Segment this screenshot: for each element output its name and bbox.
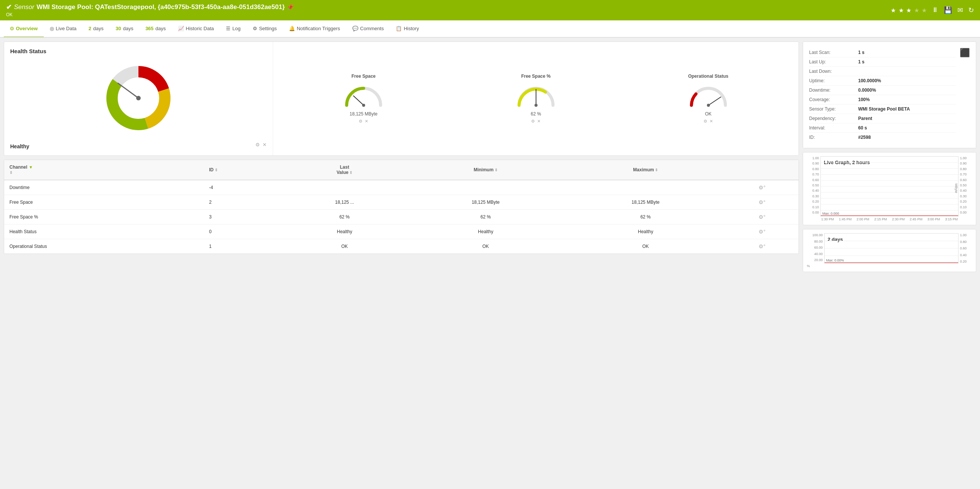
left-panel: Health Status <box>4 41 799 272</box>
health-status-title: Health Status <box>10 48 267 54</box>
tab-settings[interactable]: ⚙ Settings <box>247 21 283 38</box>
tab-2days[interactable]: 2 days <box>83 21 110 38</box>
row-action-btn[interactable]: ⚙° <box>759 185 766 191</box>
gauge-free-space-value: 18,125 MByte <box>350 111 378 116</box>
info-sensor-type: Sensor Type: WMI Storage Pool BETA <box>809 105 956 114</box>
pause-icon[interactable]: ⏸ <box>932 6 939 14</box>
health-close-icon[interactable]: ✕ <box>262 142 267 148</box>
info-downtime: Downtime: 0.0000% <box>809 86 956 95</box>
gauge-free-space-gear[interactable]: ⚙ <box>359 119 363 124</box>
cell-maximum: Healthy <box>565 225 725 239</box>
refresh-icon[interactable]: ↻ <box>968 6 974 14</box>
main-layout: Health Status <box>0 38 980 276</box>
nav-tabs: ⊙ Overview ◎ Live Data 2 days 30 days 36… <box>0 21 980 38</box>
col-header-maximum[interactable]: Maximum <box>565 160 725 180</box>
tab-live-data-label: Live Data <box>56 25 76 31</box>
row-action-btn[interactable]: ⚙° <box>759 229 766 235</box>
gauge-free-pct-gear[interactable]: ⚙ <box>531 119 535 124</box>
tab-log[interactable]: ☰ Log <box>220 21 247 38</box>
live-graph-grid <box>821 156 958 216</box>
tab-notifications[interactable]: 🔔 Notification Triggers <box>283 21 346 38</box>
info-interval-value: 60 s <box>858 125 867 131</box>
status-ok: OK <box>6 12 293 18</box>
cell-channel: Downtime <box>4 180 204 195</box>
tab-365days[interactable]: 365 days <box>139 21 172 38</box>
gauge-free-space-title: Free Space <box>352 73 376 79</box>
row-action-btn[interactable]: ⚙° <box>759 244 766 249</box>
cell-action[interactable]: ⚙° <box>725 225 799 239</box>
y-label: 0.60 <box>807 178 819 182</box>
mail-icon[interactable]: ✉ <box>958 6 963 14</box>
gauge-free-space-pct-footer: ⚙ ✕ <box>531 119 541 124</box>
health-footer: Healthy ⚙ ✕ <box>10 140 267 150</box>
tab-comments[interactable]: 💬 Comments <box>346 21 390 38</box>
star-1[interactable]: ★ <box>891 7 896 14</box>
cell-last-value: Healthy <box>283 225 406 239</box>
tab-30days-num: 30 <box>115 25 121 31</box>
svg-point-8 <box>362 104 365 107</box>
y-right-label: 0.20 <box>960 200 972 203</box>
gauge-op-status-title: Operational Status <box>688 73 729 79</box>
star-4[interactable]: ★ <box>914 7 920 14</box>
cell-action[interactable]: ⚙° <box>725 210 799 225</box>
info-last-scan-value: 1 s <box>858 50 865 55</box>
health-label: Healthy <box>10 143 29 150</box>
cell-action[interactable]: ⚙° <box>725 180 799 195</box>
col-header-channel[interactable]: Channel ▼ <box>4 160 204 180</box>
days-graph-content: 100.00 80.00 60.00 40.00 20.00 2 days <box>803 229 976 272</box>
tab-historic[interactable]: 📈 Historic Data <box>172 21 220 38</box>
x-label: 2:45 PM <box>910 217 923 221</box>
gauge-free-space-pct-value: 62 % <box>531 111 541 116</box>
y-right-label: 0.10 <box>960 205 972 209</box>
svg-point-12 <box>707 104 710 107</box>
gauge-op-close[interactable]: ✕ <box>710 119 713 124</box>
star-3[interactable]: ★ <box>906 7 912 14</box>
channels-table: Channel ▼ ID LastValue Minimum Maximum D… <box>4 160 799 253</box>
days-graph-main: 2 days Max: 0.00% <box>824 233 958 263</box>
tab-live-data[interactable]: ◎ Live Data <box>44 21 83 38</box>
y-label: 40.00 <box>807 252 823 256</box>
days-graph-y-unit: % <box>807 264 972 268</box>
info-last-down: Last Down: <box>809 67 956 76</box>
gauge-op-gear[interactable]: ⚙ <box>703 119 707 124</box>
star-rating[interactable]: ★ ★ ★ ★ ★ <box>891 7 927 14</box>
tab-history[interactable]: 📋 History <box>390 21 425 38</box>
col-header-minimum[interactable]: Minimum <box>406 160 565 180</box>
sensor-name: WMI Storage Pool: QATestStoragepool, {a4… <box>37 3 285 11</box>
gauge-free-space-footer: ⚙ ✕ <box>359 119 368 124</box>
gauge-free-pct-close[interactable]: ✕ <box>537 119 541 124</box>
gauge-op-status-svg <box>688 83 729 109</box>
y-label: 0.10 <box>807 205 819 209</box>
row-action-btn[interactable]: ⚙° <box>759 214 766 220</box>
gauge-op-status-footer: ⚙ ✕ <box>703 119 713 124</box>
y-right-label: 0.50 <box>960 183 972 187</box>
tab-30days[interactable]: 30 days <box>110 21 139 38</box>
star-5[interactable]: ★ <box>921 7 927 14</box>
cell-last-value: OK <box>283 239 406 254</box>
x-label: 3:00 PM <box>928 217 940 221</box>
col-header-last-value[interactable]: LastValue <box>283 160 406 180</box>
cell-minimum: Healthy <box>406 225 565 239</box>
row-action-btn[interactable]: ⚙° <box>759 199 766 205</box>
qr-code-icon[interactable]: ⬛ <box>959 48 970 58</box>
health-gauges-row: Health Status <box>4 42 799 156</box>
gauge-free-space-close[interactable]: ✕ <box>365 119 368 124</box>
right-panel: Last Scan: 1 s Last Up: 1 s Last Down: <box>803 41 976 272</box>
cell-last-value: 18,125 ... <box>283 195 406 210</box>
y-right-label: 0.60 <box>960 178 972 182</box>
cell-action[interactable]: ⚙° <box>725 195 799 210</box>
live-graph-main: Live Graph, 2 hours <box>821 156 958 221</box>
tab-overview[interactable]: ⊙ Overview <box>4 21 44 38</box>
y-right-label: 0.00 <box>960 210 972 214</box>
col-header-id[interactable]: ID <box>204 160 283 180</box>
health-gear-icon[interactable]: ⚙ <box>255 142 260 148</box>
star-2[interactable]: ★ <box>899 7 904 14</box>
info-coverage-label: Coverage: <box>809 97 858 102</box>
cell-channel: Health Status <box>4 225 204 239</box>
cell-id: 1 <box>204 239 283 254</box>
y-right-label: 0.30 <box>960 194 972 198</box>
y-right-label: 0.80 <box>960 240 972 244</box>
save-icon[interactable]: 💾 <box>944 6 952 14</box>
cell-action[interactable]: ⚙° <box>725 239 799 254</box>
gauge-free-space-pct-svg <box>515 83 557 109</box>
